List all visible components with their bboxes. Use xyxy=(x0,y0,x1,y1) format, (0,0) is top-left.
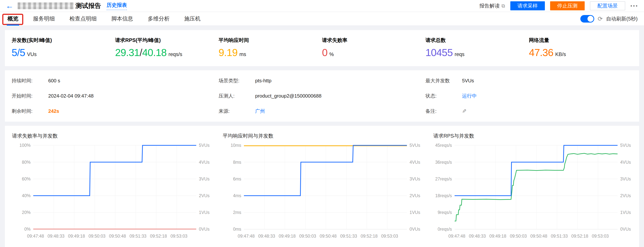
redacted-report-id xyxy=(18,3,74,9)
info-value: 600 s xyxy=(48,78,60,84)
tab-label: 概览 xyxy=(8,15,18,23)
metric-value-part: 0 xyxy=(322,47,328,58)
left-axis-tick: 80% xyxy=(22,160,30,165)
series-请求RPS xyxy=(454,153,618,221)
info-label: 备注: xyxy=(426,108,462,114)
tab-多维分析[interactable]: 多维分析 xyxy=(147,12,171,26)
request-sample-button[interactable]: 请求采样 xyxy=(510,1,545,10)
info-value: product_group2@1500000688 xyxy=(255,93,322,99)
left-axis-tick: 100% xyxy=(20,143,30,148)
page-title: 测试报告 xyxy=(76,2,101,10)
metric-label: 请求失败率 xyxy=(322,37,426,44)
refresh-icon[interactable]: ⟳ xyxy=(598,15,603,22)
history-report-link[interactable]: 历史报表 xyxy=(107,2,127,10)
left-axis-tick: 0ms xyxy=(233,227,241,231)
info-row: 开始时间:2024-02-04 09:47:48 xyxy=(12,93,218,99)
left-axis-tick: 18reqs/s xyxy=(435,193,452,198)
right-axis-tick: 0VUs xyxy=(620,227,631,231)
metric-value: 10455 xyxy=(426,47,453,58)
x-axis-tick: 09:50:03 xyxy=(299,234,316,238)
tab-施压机[interactable]: 施压机 xyxy=(183,12,202,26)
x-axis-tick: 09:53:03 xyxy=(381,234,398,238)
back-arrow-icon[interactable]: ← xyxy=(6,2,14,10)
right-axis-tick: 4VUs xyxy=(620,160,631,165)
right-axis-tick: 4VUs xyxy=(199,160,210,165)
right-axis-tick: 3VUs xyxy=(410,176,420,181)
tab-label: 脚本信息 xyxy=(111,15,133,23)
metric-value-row: 47.36KB/s xyxy=(529,47,632,58)
external-link-icon: ⧉ xyxy=(502,3,505,9)
chart-plot-area: 0%0VUs20%1VUs40%2VUs60%3VUs80%4VUs100%5V… xyxy=(11,140,212,246)
left-axis-tick: 9reqs/s xyxy=(438,210,452,215)
info-value: 2024-02-04 09:47:48 xyxy=(48,93,94,99)
info-value: pts-http xyxy=(255,78,272,84)
chart-title: 平均响应时间与并发数 xyxy=(223,133,422,139)
info-row: 剩余时间:242s xyxy=(12,108,218,114)
chart-plot-area: 0ms0VUs2ms1VUs4ms2VUs6ms3VUs8ms4VUs10ms5… xyxy=(222,140,422,246)
info-value[interactable]: 广州 xyxy=(255,108,265,114)
chart-1: 请求失败率与并发数0%0VUs20%1VUs40%2VUs60%3VUs80%4… xyxy=(11,131,212,247)
metric-item: 请求失败率0% xyxy=(322,37,426,58)
info-row: 场景类型:pts-http xyxy=(218,77,426,84)
tab-脚本信息[interactable]: 脚本信息 xyxy=(110,12,134,26)
tab-检查点明细[interactable]: 检查点明细 xyxy=(68,12,98,26)
x-axis-tick: 09:50:03 xyxy=(88,234,105,238)
info-row: 状态:运行中 xyxy=(426,93,632,99)
x-axis-tick: 09:50:48 xyxy=(109,234,126,238)
x-axis-tick: 09:49:18 xyxy=(68,234,85,238)
stop-test-button[interactable]: 停止压测 xyxy=(550,1,585,10)
auto-refresh-toggle[interactable] xyxy=(580,15,594,23)
metric-value-part: 10455 xyxy=(426,47,453,58)
info-label: 场景类型: xyxy=(218,77,255,84)
metric-unit: KB/s xyxy=(555,52,566,57)
info-value[interactable]: 运行中 xyxy=(462,93,477,99)
left-axis-tick: 4ms xyxy=(233,193,241,198)
info-column: 场景类型:pts-http压测人:product_group2@15000006… xyxy=(218,77,426,114)
tab-label: 多维分析 xyxy=(148,15,170,23)
right-axis-tick: 3VUs xyxy=(620,176,631,181)
left-axis-tick: 20% xyxy=(22,210,30,215)
right-axis-tick: 1VUs xyxy=(620,210,631,215)
metric-value-part: 9.19 xyxy=(218,47,238,58)
x-axis-tick: 09:48:33 xyxy=(48,234,64,238)
tab-概览[interactable]: 概览 xyxy=(6,12,20,26)
metric-value-part: 29.31 xyxy=(115,47,140,58)
report-read-link[interactable]: 报告解读 ⧉ xyxy=(479,3,505,9)
right-axis-tick: 3VUs xyxy=(199,176,210,181)
configure-scene-button[interactable]: 配置场景 xyxy=(590,1,625,10)
metric-unit: reqs/s xyxy=(168,52,182,57)
metric-value-part: / xyxy=(140,47,142,58)
info-row: 来源:广州 xyxy=(218,108,426,114)
report-read-label: 报告解读 xyxy=(479,3,500,9)
more-menu-button[interactable]: ••• xyxy=(630,3,638,9)
info-row: 备注:✎ xyxy=(426,108,632,114)
right-axis-tick: 5VUs xyxy=(199,143,210,148)
info-row: 压测人:product_group2@1500000688 xyxy=(218,93,426,99)
right-axis-tick: 0VUs xyxy=(410,227,420,231)
info-label: 来源: xyxy=(218,108,255,114)
info-label: 持续时间: xyxy=(12,77,48,84)
left-axis-tick: 27reqs/s xyxy=(435,176,452,181)
series-并发数 xyxy=(244,145,407,196)
x-axis-tick: 09:50:48 xyxy=(320,234,337,238)
metric-unit: ms xyxy=(240,52,246,57)
x-axis-tick: 09:52:18 xyxy=(361,234,378,238)
info-label: 开始时间: xyxy=(12,93,48,99)
tab-服务明细[interactable]: 服务明细 xyxy=(32,12,56,26)
info-column: 最大并发数5VUs状态:运行中备注:✎ xyxy=(426,77,632,114)
chart-3: 请求RPS与并发数0reqs/s0VUs9reqs/s1VUs18reqs/s2… xyxy=(432,131,633,247)
chart-title: 请求失败率与并发数 xyxy=(12,133,212,139)
right-axis-tick: 0VUs xyxy=(199,227,210,231)
metric-value: 5/5 xyxy=(12,47,25,58)
metric-label: 请求RPS(平均/峰值) xyxy=(115,37,218,44)
charts-card: 请求失败率与并发数0%0VUs20%1VUs40%2VUs60%3VUs80%4… xyxy=(5,126,639,247)
right-axis-tick: 5VUs xyxy=(620,143,631,148)
page-header: ← 测试报告 历史报表 报告解读 ⧉ 请求采样 停止压测 配置场景 ••• xyxy=(0,0,644,12)
x-axis-tick: 09:50:48 xyxy=(530,234,547,238)
edit-remark-pencil-icon[interactable]: ✎ xyxy=(462,108,466,114)
metric-value-row: 9.19ms xyxy=(218,47,322,58)
left-axis-tick: 0reqs/s xyxy=(438,227,452,231)
metric-label: 网络流量 xyxy=(529,37,632,44)
metric-item: 平均响应时间9.19ms xyxy=(218,37,322,58)
tab-label: 施压机 xyxy=(184,15,200,23)
